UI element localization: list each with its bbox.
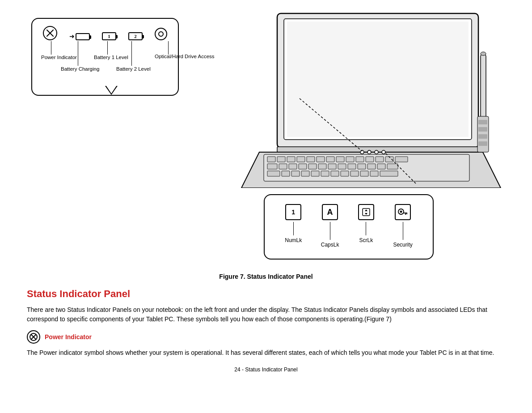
svg-rect-13 — [336, 157, 344, 162]
svg-rect-14 — [346, 157, 354, 162]
svg-rect-41 — [350, 171, 359, 176]
svg-rect-31 — [377, 164, 385, 169]
scrlk-label: ScrLk — [359, 237, 373, 243]
key-svg — [397, 207, 408, 217]
svg-rect-34 — [282, 171, 290, 176]
power-indicator-text: The Power indicator symbol shows whether… — [27, 348, 505, 358]
power-indicator-large-icon — [27, 330, 40, 344]
security-icon — [395, 204, 411, 220]
capslk-label: CapsLk — [321, 242, 339, 248]
svg-point-52 — [481, 52, 486, 55]
svg-rect-37 — [311, 171, 319, 176]
svg-rect-22 — [289, 164, 297, 169]
numlk-icon: 1 — [285, 204, 301, 220]
laptop-illustration — [148, 9, 505, 188]
numlk-label: NumLk — [285, 237, 302, 243]
svg-rect-55 — [478, 120, 487, 124]
svg-rect-42 — [360, 171, 368, 176]
svg-rect-29 — [358, 164, 366, 169]
svg-rect-21 — [279, 164, 287, 169]
svg-rect-35 — [291, 171, 300, 176]
svg-marker-61 — [365, 213, 367, 215]
svg-rect-30 — [367, 164, 376, 169]
power-indicator-icon — [43, 26, 57, 41]
battery-charging-icon: ➜ — [69, 33, 90, 41]
battery-1-level-icon: 1 — [102, 32, 116, 41]
power-indicator-label: Power Indicator — [41, 55, 77, 60]
svg-rect-17 — [376, 157, 384, 162]
svg-rect-39 — [331, 171, 339, 176]
capslk-icon: A — [322, 204, 338, 220]
svg-rect-9 — [297, 157, 305, 162]
svg-rect-20 — [267, 164, 277, 169]
svg-rect-27 — [338, 164, 346, 169]
scrlk-svg — [361, 207, 371, 217]
svg-rect-32 — [387, 164, 398, 169]
svg-rect-6 — [267, 157, 275, 162]
figure-caption: Figure 7. Status Indicator Panel — [27, 273, 505, 280]
svg-rect-10 — [307, 157, 315, 162]
svg-point-46 — [367, 150, 371, 154]
section-heading: Status Indicator Panel — [27, 288, 505, 300]
callout-box-top: ➜ 1 2 — [31, 18, 179, 96]
optical-drive-icon — [155, 28, 167, 41]
diagram-area: ➜ 1 2 — [27, 9, 505, 268]
bottom-icons-row: 1 NumLk A CapsLk — [275, 204, 422, 248]
svg-rect-43 — [370, 171, 378, 176]
svg-rect-15 — [356, 157, 364, 162]
numlk-item: 1 NumLk — [285, 204, 302, 243]
battery-1-level-label: Battery 1 Level — [94, 55, 128, 60]
battery-2-level-icon: 2 — [128, 32, 143, 41]
svg-rect-19 — [395, 157, 408, 162]
svg-rect-56 — [478, 127, 487, 132]
battery-charging-label: Battery Charging — [61, 66, 99, 72]
svg-point-47 — [375, 150, 378, 154]
svg-rect-11 — [317, 157, 325, 162]
svg-rect-16 — [366, 157, 374, 162]
svg-rect-57 — [478, 134, 487, 139]
svg-rect-38 — [321, 171, 329, 176]
callout-box-bottom: 1 NumLk A CapsLk — [264, 194, 434, 260]
capslk-item: A CapsLk — [321, 204, 339, 248]
power-indicator-row: Power Indicator — [27, 330, 505, 344]
svg-rect-40 — [341, 171, 349, 176]
svg-rect-33 — [267, 171, 280, 176]
security-item: Security — [393, 204, 412, 248]
battery-2-level-label: Battery 2 Level — [116, 66, 151, 72]
laptop-svg — [148, 9, 505, 188]
page-footer: 24 - Status Indicator Panel — [27, 366, 505, 373]
svg-rect-58 — [478, 141, 487, 146]
svg-rect-24 — [308, 164, 317, 169]
scrlk-item: ScrLk — [358, 204, 374, 243]
svg-rect-23 — [299, 164, 307, 169]
body-paragraph: There are two Status Indicator Panels on… — [27, 305, 505, 324]
svg-rect-28 — [348, 164, 356, 169]
svg-rect-8 — [287, 157, 295, 162]
svg-rect-7 — [277, 157, 285, 162]
svg-rect-12 — [326, 157, 334, 162]
svg-rect-26 — [328, 164, 336, 169]
svg-marker-60 — [365, 209, 367, 211]
security-label: Security — [393, 242, 412, 248]
svg-rect-36 — [301, 171, 309, 176]
svg-point-63 — [400, 211, 402, 213]
scrlk-icon — [358, 204, 374, 220]
svg-point-48 — [382, 150, 385, 154]
svg-rect-44 — [380, 171, 398, 176]
optical-drive-label: Optical/Hard Drive Access — [155, 54, 215, 59]
power-indicator-subheading: Power Indicator — [45, 333, 92, 341]
svg-rect-25 — [318, 164, 326, 169]
svg-rect-2 — [287, 21, 469, 137]
